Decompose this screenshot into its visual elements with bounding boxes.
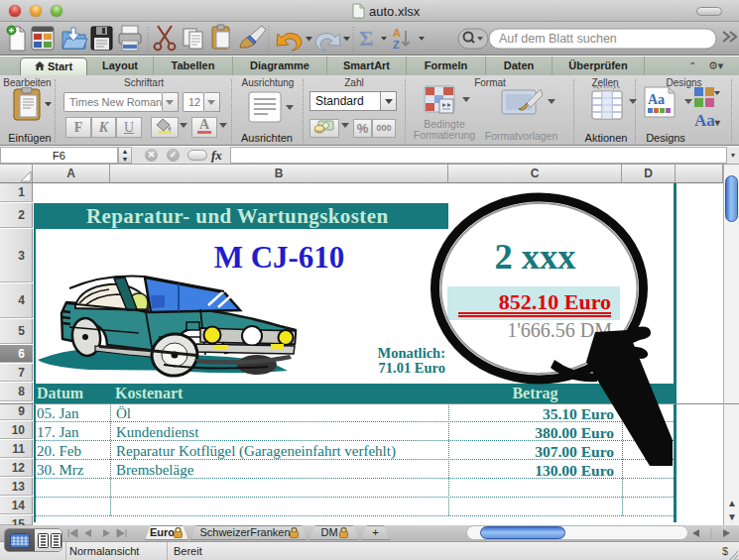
svg-text:Auf dem Blatt suchen: Auf dem Blatt suchen [499,32,617,46]
svg-text:Aa: Aa [648,92,665,107]
svg-text:Σ: Σ [359,26,373,51]
svg-text:Z: Z [393,39,400,51]
svg-text:A: A [393,27,401,39]
